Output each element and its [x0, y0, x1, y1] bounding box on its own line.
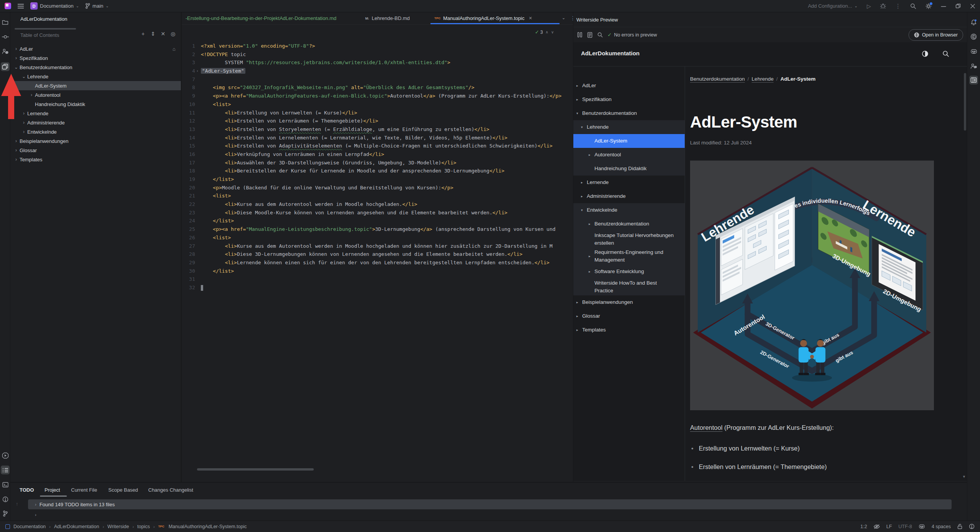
git-tool-button[interactable]: [1, 509, 10, 518]
statusbar-crumb[interactable]: Writerside: [108, 524, 129, 529]
nav-item-benutzerdokumentation[interactable]: ▸Benutzerdokumentation: [573, 217, 685, 231]
toc-item-adler[interactable]: ›AdLer⌂: [10, 44, 181, 53]
todo-tab-changes[interactable]: Changes Changelist: [148, 487, 193, 493]
statusbar-crumb[interactable]: Documentation: [13, 524, 46, 529]
topics-tool-button[interactable]: [1, 62, 10, 71]
chevron-right-icon[interactable]: ›: [13, 148, 20, 153]
todo-found-row[interactable]: › Found 149 TODO items in 13 files: [28, 499, 952, 509]
todo-tree-row[interactable]: ›: [35, 512, 36, 517]
chevron-right-icon[interactable]: ›: [13, 55, 20, 61]
nav-item-inkscape-tutorial-hervorhebungen-erstellen[interactable]: Inkscape Tutorial Hervorhebungen erstell…: [573, 231, 685, 248]
tab-options-kebab-icon[interactable]: ⋮: [570, 15, 573, 21]
nav-item-beispielanwendungen[interactable]: ▸Beispielanwendungen: [573, 295, 685, 309]
more-actions-kebab-icon[interactable]: ⋮: [895, 3, 901, 10]
scroll-down-icon[interactable]: ▼: [962, 475, 966, 479]
run-configuration-selector[interactable]: Add Configuration... ⌄: [808, 3, 858, 9]
nav-item-spezifikation[interactable]: ▸Spezifikation: [573, 93, 685, 106]
chevron-down-icon[interactable]: ⌄: [20, 74, 27, 79]
locate-button[interactable]: ◎: [170, 31, 176, 37]
commit-tool-button[interactable]: [1, 32, 10, 41]
toc-item-lernende[interactable]: ›Lernende: [10, 109, 181, 118]
nav-item-benutzerdokumentation[interactable]: ▾Benutzerdokumentation: [573, 106, 685, 120]
toc-item-lehrende[interactable]: ⌄Lehrende: [10, 72, 181, 81]
restore-button[interactable]: [955, 3, 961, 9]
panel-scrollbar[interactable]: [15, 28, 76, 30]
chevron-right-icon[interactable]: ›: [13, 46, 20, 51]
scroll-up-icon[interactable]: ↑: [16, 501, 18, 507]
split-layout-icon[interactable]: [577, 32, 583, 38]
inspections-widget[interactable]: ✓3 ∧ ∨: [535, 29, 554, 35]
vcs-branch-widget[interactable]: main ⌄: [85, 3, 109, 9]
ai-robot-icon[interactable]: [919, 524, 925, 529]
theme-toggle-icon[interactable]: [922, 50, 929, 57]
nav-item-requirments-engineering-und-management[interactable]: ▸Requirments-Engineering und Management: [573, 248, 685, 265]
toc-item-entwickelnde[interactable]: ›Entwickelnde: [10, 127, 181, 136]
editor-tab-active[interactable]: TPC ManualAuthoringAdLer-System.topic ✕: [430, 12, 560, 24]
ai-assistant-button[interactable]: [969, 32, 978, 41]
code-with-me-tool-button[interactable]: ?: [1, 47, 10, 56]
search-icon[interactable]: [597, 32, 603, 38]
chevron-right-icon[interactable]: ›: [20, 111, 27, 116]
toc-item-autorentool[interactable]: ›Autorentool: [10, 90, 181, 99]
editor-horizontal-scrollbar[interactable]: [197, 468, 314, 471]
collapse-all-button[interactable]: ✕: [160, 31, 166, 37]
breadcrumb-link[interactable]: Benutzerdokumentation: [690, 76, 745, 82]
nav-item-adler[interactable]: ▸AdLer: [573, 79, 685, 93]
caret-position-widget[interactable]: 1:2: [861, 524, 867, 529]
nav-item-adler-system[interactable]: AdLer-System: [573, 134, 685, 148]
hamburger-menu-icon[interactable]: [17, 3, 24, 9]
highlighting-off-icon[interactable]: [874, 524, 880, 529]
chat-button[interactable]: [969, 61, 978, 70]
toc-item-benutzerdokumentation[interactable]: ⌄Benutzerdokumentation: [10, 63, 181, 72]
nav-item-software-entwicklung[interactable]: ▸Software Entwicklung: [573, 265, 685, 278]
breadcrumb-link[interactable]: Lehrende: [752, 76, 773, 82]
chevron-right-icon[interactable]: ›: [13, 157, 20, 162]
notifications-button[interactable]: [969, 18, 978, 27]
expand-all-button[interactable]: ⇕: [150, 31, 156, 37]
project-selector[interactable]: D Documentation ⌄: [30, 2, 79, 10]
statusbar-crumb[interactable]: topics: [137, 524, 150, 529]
code-editor[interactable]: 1<?xml version="1.0" encoding="UTF-8"?>2…: [182, 42, 573, 292]
open-in-browser-button[interactable]: Open in Browser: [909, 29, 963, 41]
debug-button[interactable]: [880, 3, 886, 9]
line-ending-widget[interactable]: LF: [886, 524, 892, 529]
toc-item-templates[interactable]: ›Templates: [10, 155, 181, 164]
terminal-tool-button[interactable]: [1, 480, 10, 489]
nav-item-entwickelnde[interactable]: ▾Entwickelnde: [573, 203, 685, 217]
nav-item-templates[interactable]: ▸Templates: [573, 323, 685, 337]
preview-tool-button-active[interactable]: [969, 76, 978, 85]
close-button[interactable]: [970, 3, 975, 9]
toc-item-beispielanwendungen[interactable]: ›Beispielanwendungen: [10, 136, 181, 146]
nav-item-handreichung-didaktik[interactable]: Handreichung Didaktik: [573, 162, 685, 176]
document-icon[interactable]: [587, 32, 593, 38]
statusbar-crumb[interactable]: ManualAuthoringAdLer-System.topic: [169, 524, 247, 529]
toc-item-administrierende[interactable]: ›Administrierende: [10, 118, 181, 127]
nav-item-autorentool[interactable]: ▸Autorentool: [573, 148, 685, 162]
nav-item-writerside-howto-and-best-practice[interactable]: Writerside HowTo and Best Practice: [573, 278, 685, 295]
chevron-right-icon[interactable]: ›: [13, 138, 20, 144]
preview-scrollbar[interactable]: [964, 73, 966, 131]
project-tool-button[interactable]: [1, 18, 10, 27]
statusbar-crumb[interactable]: AdLerDokumentation: [54, 524, 99, 529]
chevron-right-icon[interactable]: ›: [20, 120, 27, 125]
todo-tab-scope-based[interactable]: Scope Based: [108, 487, 138, 493]
indent-widget[interactable]: 4 spaces: [932, 524, 951, 529]
editor-tab[interactable]: -Erstellung-und-Bearbeitung-in-der-Proje…: [182, 12, 359, 24]
nav-item-lehrende[interactable]: ▾Lehrende: [573, 120, 685, 134]
toc-item-spezifikation[interactable]: ›Spezifikation: [10, 53, 181, 63]
gradle-robot-button[interactable]: [969, 47, 978, 56]
doc-link[interactable]: Autorentool: [690, 424, 722, 431]
settings-button[interactable]: [925, 3, 932, 9]
site-search-icon[interactable]: [942, 50, 949, 57]
encoding-widget[interactable]: UTF-8: [899, 524, 912, 529]
close-tab-icon[interactable]: ✕: [529, 16, 532, 21]
nav-item-lernende[interactable]: ▸Lernende: [573, 176, 685, 189]
minimize-button[interactable]: [941, 3, 946, 9]
run-button[interactable]: ▷: [867, 3, 871, 9]
nav-item-glossar[interactable]: ▸Glossar: [573, 309, 685, 323]
run-tool-button[interactable]: [1, 451, 10, 460]
editor-tab[interactable]: M↓ Lehrende-BD.md: [361, 12, 427, 24]
notifications-status-icon[interactable]: [969, 524, 975, 529]
chevron-down-icon[interactable]: ⌄: [13, 65, 20, 70]
tab-list-chevron-icon[interactable]: ⌄: [562, 15, 565, 20]
